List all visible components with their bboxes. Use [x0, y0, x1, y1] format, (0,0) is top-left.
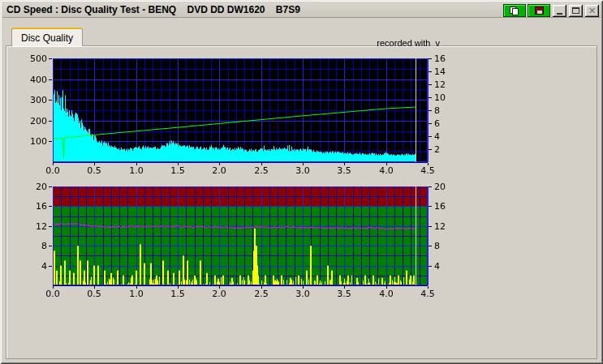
title-bar: CD Speed : Disc Quality Test - BENQ DVD … — [2, 2, 601, 18]
window-title: CD Speed : Disc Quality Test - BENQ DVD … — [2, 4, 300, 15]
disc-quality-charts — [16, 45, 450, 300]
close-button[interactable]: ✕ — [585, 5, 599, 17]
save-icon — [535, 6, 544, 15]
copy-icon — [510, 6, 519, 15]
app-window: CD Speed : Disc Quality Test - BENQ DVD … — [0, 0, 603, 364]
maximize-icon — [572, 7, 579, 14]
minimize-icon — [557, 13, 562, 15]
recorded-with-label: recorded with v — [308, 38, 440, 48]
tab-disc-quality[interactable]: Disc Quality — [11, 28, 83, 46]
minimize-button[interactable] — [553, 5, 566, 17]
save-button[interactable] — [528, 4, 550, 17]
copy-button[interactable] — [503, 4, 526, 17]
titlebar-buttons: ✕ — [503, 4, 599, 17]
maximize-button[interactable] — [569, 5, 583, 17]
tab-label: Disc Quality — [21, 32, 73, 44]
close-icon: ✕ — [588, 6, 596, 15]
